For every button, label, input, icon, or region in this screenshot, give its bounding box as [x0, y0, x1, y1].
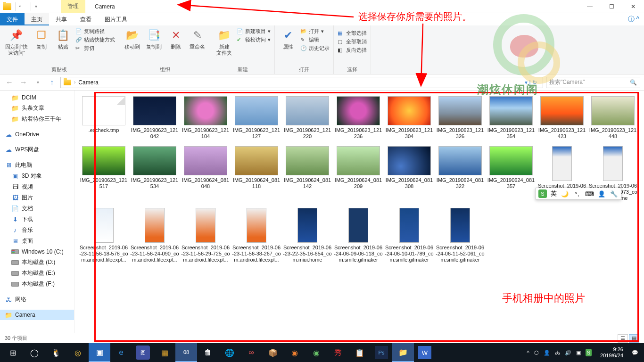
ime-punct-icon[interactable]: °, [573, 189, 581, 198]
file-item[interactable]: IMG_20190623_121517 [78, 146, 129, 201]
recent-dropdown-icon[interactable]: ▾ [32, 77, 43, 88]
file-item[interactable]: IMG_20190623_121423 [537, 96, 587, 140]
file-item[interactable]: Screenshot_2019-06-23-11-56-38-267_com.a… [231, 208, 282, 263]
qat-dropdown-icon[interactable]: ▾ [35, 4, 37, 9]
ime-toolbar[interactable]: S 英 🌙 °, ⌨ 👤 🔧 [535, 188, 621, 200]
edit-button[interactable]: ✎编辑 [300, 36, 330, 43]
copy-path-button[interactable]: 📄复制路径 [75, 28, 115, 35]
taskbar-app-8[interactable]: 🗑 [197, 343, 219, 362]
back-button[interactable]: ← [4, 77, 15, 88]
sidebar-item-disk-e[interactable]: 本地磁盘 (E:) [0, 268, 74, 279]
taskbar-app-11[interactable]: 📦 [262, 343, 284, 362]
tab-picture-tools[interactable]: 图片工具 [98, 13, 134, 25]
sidebar-item-camera[interactable]: 📁Camera [0, 310, 74, 320]
file-item[interactable]: IMG_20190623_121534 [129, 146, 180, 201]
properties-button[interactable]: ✔属性 [279, 27, 297, 51]
sidebar-item-wps[interactable]: ☁WPS网盘 [0, 144, 74, 155]
contextual-tab-manage[interactable]: 管理 [61, 0, 85, 13]
breadcrumb-segment[interactable]: Camera [78, 79, 99, 86]
file-item[interactable]: IMG_20190623_121236 [333, 96, 384, 140]
file-item[interactable]: IMG_20190624_081048 [180, 146, 231, 201]
file-item[interactable]: Screenshot_2019-06-24-06-11-52-061_com.s… [435, 208, 486, 263]
file-item[interactable]: IMG_20190623_121042 [129, 96, 180, 140]
sidebar-item-disk-d[interactable]: 本地磁盘 (D:) [0, 257, 74, 268]
file-item[interactable]: IMG_20190624_081322 [435, 146, 486, 201]
new-item-button[interactable]: 📄新建项目 ▾ [237, 28, 271, 35]
paste-button[interactable]: 📋粘贴 [54, 27, 73, 51]
file-item[interactable]: Screenshot_2019-06-23-11-56-29-725_com.a… [180, 208, 231, 263]
select-all-button[interactable]: ▦全部选择 [338, 30, 367, 37]
file-item[interactable]: Screenshot_2019-06-24-06-10-01-789_com.s… [384, 208, 435, 263]
cut-button[interactable]: ✂剪切 [75, 45, 115, 52]
file-item[interactable]: .excheck.tmp [78, 96, 129, 140]
tray-volume-icon[interactable]: 🔊 [565, 350, 571, 356]
sidebar-item-disk-c[interactable]: Windows 10 (C:) [0, 247, 74, 257]
qat-icon-1[interactable]: ▫ [19, 3, 27, 10]
file-item[interactable]: IMG_20190623_121127 [231, 96, 282, 140]
tab-share[interactable]: 共享 [49, 13, 74, 25]
file-item[interactable]: IMG_20190624_081209 [333, 146, 384, 201]
taskbar-app-1[interactable]: 🐧 [45, 343, 67, 362]
tab-home[interactable]: 主页 [25, 13, 49, 25]
view-details-button[interactable]: ☰ [618, 334, 628, 343]
file-item[interactable]: IMG_20190623_121326 [435, 96, 486, 140]
taskbar-app-10[interactable]: ∞ [240, 343, 262, 362]
file-item[interactable]: IMG_20190623_121448 [587, 96, 638, 140]
content-pane[interactable]: .excheck.tmpIMG_20190623_121042IMG_20190… [74, 90, 644, 333]
move-to-button[interactable]: 📂移动到 [123, 27, 142, 51]
taskbar-app-15[interactable]: 📋 [349, 343, 371, 362]
up-button[interactable]: ↑ [46, 77, 58, 88]
pin-quick-access-button[interactable]: 📌固定到"快 速访问" [4, 27, 29, 57]
open-button[interactable]: 📂打开 ▾ [300, 28, 330, 35]
taskbar-chrome-icon[interactable]: 🌐 [219, 343, 240, 362]
search-icon[interactable]: 🔍 [630, 79, 637, 86]
tab-file[interactable]: 文件 [0, 13, 25, 25]
rename-button[interactable]: ✎重命名 [188, 27, 207, 51]
breadcrumb[interactable]: › Camera ▾ | ↻ [60, 77, 543, 88]
select-none-button[interactable]: ▢全部取消 [338, 38, 367, 45]
sidebar-item-zhanzhe[interactable]: 📁站着待你三千年 [0, 114, 74, 124]
sidebar-item-pictures[interactable]: 🖼图片 [0, 192, 74, 203]
file-item[interactable]: IMG_20190623_121220 [282, 96, 333, 140]
taskbar-app-14[interactable]: 秀 [327, 343, 349, 362]
taskbar-app-6[interactable]: ▦ [154, 343, 175, 362]
sidebar-item-onedrive[interactable]: ☁OneDrive [0, 129, 74, 140]
file-item[interactable]: Screenshot_2019-06-23-11-56-24-090_com.a… [129, 208, 180, 263]
sidebar-item-downloads[interactable]: ⬇下载 [0, 214, 74, 225]
file-item[interactable]: Screenshot_2019-06-23-11-56-18-578_com.a… [78, 208, 129, 263]
file-item[interactable]: IMG_20190623_121104 [180, 96, 231, 140]
file-item[interactable]: IMG_20190624_081118 [231, 146, 282, 201]
sidebar-item-network[interactable]: 🖧网络 [0, 294, 74, 305]
taskbar-app-5[interactable]: 图 [136, 346, 150, 360]
sidebar-item-documents[interactable]: 📄文档 [0, 203, 74, 214]
new-folder-button[interactable]: 📁新建 文件夹 [215, 27, 234, 57]
search-input[interactable]: 搜索"Camera" 🔍 [546, 77, 640, 88]
ime-user-icon[interactable]: 👤 [597, 189, 606, 198]
copy-to-button[interactable]: 📑复制到 [145, 27, 164, 51]
forward-button[interactable]: → [18, 77, 29, 88]
tray-sogou-icon[interactable]: S [586, 349, 592, 356]
sidebar-item-3d[interactable]: ▣3D 对象 [0, 171, 74, 181]
action-center-icon[interactable]: 💬 [632, 350, 638, 356]
taskbar-app-13[interactable]: ◉ [305, 343, 327, 362]
ime-moon-icon[interactable]: 🌙 [561, 189, 569, 198]
ime-lang-label[interactable]: 英 [551, 189, 557, 198]
taskbar-app-7[interactable]: 08 [175, 343, 197, 362]
taskbar-edge-icon[interactable]: e [110, 343, 132, 362]
tray-expand-icon[interactable]: ^ [527, 350, 529, 355]
close-button[interactable]: ✕ [622, 0, 644, 13]
help-collapse-icon[interactable]: ⓘ ^ [628, 15, 639, 24]
sidebar-item-videos[interactable]: 🎞视频 [0, 181, 74, 192]
file-item[interactable]: IMG_20190624_081308 [384, 146, 435, 201]
file-item[interactable]: IMG_20190623_121354 [486, 96, 537, 140]
sidebar-item-desktop[interactable]: 🖥桌面 [0, 236, 74, 247]
file-item[interactable]: IMG_20190623_121304 [384, 96, 435, 140]
ime-settings-icon[interactable]: 🔧 [610, 189, 618, 198]
file-item[interactable]: Screenshot_2019-06-23-22-35-16-654_com.m… [282, 208, 333, 263]
sidebar-item-music[interactable]: ♪音乐 [0, 225, 74, 236]
minimize-button[interactable]: — [579, 0, 601, 13]
sidebar-item-toutiao[interactable]: 📁头条文章 [0, 103, 74, 114]
invert-selection-button[interactable]: ◧反向选择 [338, 47, 367, 54]
delete-button[interactable]: ✕删除 [166, 27, 185, 51]
start-button[interactable]: ⊞ [2, 343, 24, 362]
